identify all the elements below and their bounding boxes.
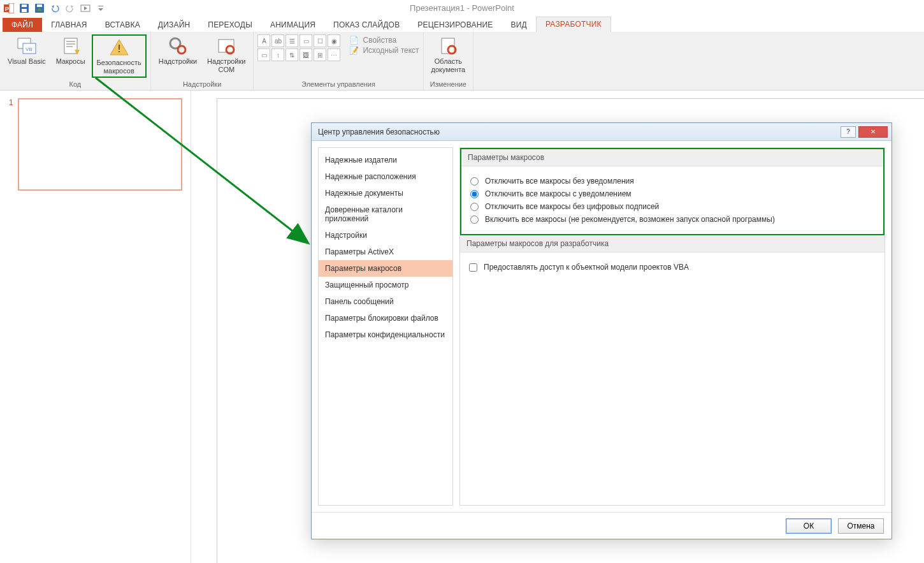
- tab-insert[interactable]: ВСТАВКА: [96, 18, 149, 32]
- document-panel-label: Областьдокумента: [431, 57, 466, 74]
- powerpoint-icon[interactable]: P: [3, 2, 15, 15]
- ribbon-group-controls-label: Элементы управления: [301, 80, 375, 90]
- nav-message-bar[interactable]: Панель сообщений: [319, 293, 452, 310]
- save-target-icon[interactable]: [33, 2, 46, 15]
- control-textbox-icon[interactable]: A: [257, 34, 270, 47]
- svg-rect-19: [66, 41, 75, 42]
- developer-macro-header: Параметры макросов для разработчика: [460, 235, 884, 252]
- ribbon-group-modify: Областьдокумента Изменение: [424, 32, 474, 90]
- close-button[interactable]: ✕: [858, 126, 888, 138]
- visual-basic-icon: VB: [17, 36, 37, 56]
- macros-button[interactable]: Макросы: [52, 34, 89, 78]
- controls-gallery[interactable]: A ab ☰ ▭ ☐ ◉ ▭ ↕ ⇅ 🖼 ⊞ ⋯: [257, 34, 340, 61]
- com-addins-icon: [216, 36, 236, 56]
- dialog-title-text: Центр управления безопасностью: [318, 128, 440, 136]
- opt-trust-vba-model[interactable]: Предоставлять доступ к объектной модели …: [469, 263, 876, 272]
- addins-button[interactable]: Надстройки: [155, 34, 201, 75]
- macro-security-button[interactable]: Безопасностьмакросов: [92, 34, 147, 78]
- macro-security-icon: [109, 37, 129, 57]
- qat-dropdown-icon[interactable]: [94, 2, 107, 15]
- tab-design[interactable]: ДИЗАЙН: [149, 18, 199, 32]
- nav-trusted-publishers[interactable]: Надежные издатели: [319, 152, 452, 168]
- control-combo-icon[interactable]: ▭: [300, 34, 312, 47]
- svg-rect-1: [9, 3, 14, 13]
- control-toggle-icon[interactable]: ⊞: [314, 48, 326, 61]
- cancel-button[interactable]: Отмена: [838, 518, 884, 534]
- dialog-body: Надежные издатели Надежные расположения …: [312, 141, 892, 512]
- tab-transitions[interactable]: ПЕРЕХОДЫ: [199, 18, 261, 32]
- ribbon-group-modify-label: Изменение: [430, 80, 466, 90]
- svg-marker-12: [84, 6, 87, 10]
- help-button[interactable]: ?: [841, 126, 856, 138]
- dialog-titlebar[interactable]: Центр управления безопасностью ? ✕: [312, 123, 892, 141]
- redo-icon[interactable]: [64, 2, 76, 15]
- svg-point-27: [178, 46, 185, 54]
- quick-access-toolbar: P: [3, 2, 107, 15]
- tab-developer[interactable]: РАЗРАБОТЧИК: [536, 17, 611, 32]
- svg-rect-7: [37, 4, 42, 7]
- svg-rect-13: [98, 6, 103, 6]
- properties-icon: 📄: [349, 36, 359, 45]
- slide-thumbnail-1[interactable]: 1: [18, 98, 182, 191]
- com-addins-button[interactable]: НадстройкиCOM: [203, 34, 249, 75]
- slide-thumbnails[interactable]: 1: [0, 91, 191, 563]
- control-scroll-icon[interactable]: ↕: [271, 48, 284, 61]
- view-code-icon: 📝: [349, 46, 359, 55]
- ribbon-group-controls: A ab ☰ ▭ ☐ ◉ ▭ ↕ ⇅ 🖼 ⊞ ⋯ 📄Свойства 📝Исхо…: [254, 32, 423, 90]
- svg-rect-20: [66, 43, 75, 45]
- visual-basic-button[interactable]: VB Visual Basic: [4, 34, 50, 78]
- tab-view[interactable]: ВИД: [502, 18, 536, 32]
- nav-addins[interactable]: Надстройки: [319, 227, 452, 244]
- control-checkbox-icon[interactable]: ☐: [314, 34, 326, 47]
- opt-enable-all[interactable]: Включить все макросы (не рекомендуется, …: [470, 215, 874, 224]
- macro-settings-highlight: Параметры макросов Отключить все макросы…: [460, 148, 884, 235]
- ribbon-group-code-label: Код: [69, 80, 82, 90]
- undo-icon[interactable]: [48, 2, 61, 15]
- nav-trusted-locations[interactable]: Надежные расположения: [319, 168, 452, 185]
- addins-icon: [168, 36, 188, 56]
- macros-icon: [61, 36, 81, 56]
- developer-macro-body: Предоставлять доступ к объектной модели …: [460, 252, 884, 282]
- control-option-icon[interactable]: ◉: [328, 34, 340, 47]
- tab-animations[interactable]: АНИМАЦИЯ: [261, 18, 324, 32]
- ribbon: VB Visual Basic Макросы Безопасностьмакр…: [0, 32, 924, 91]
- com-addins-label: НадстройкиCOM: [207, 57, 245, 74]
- save-icon[interactable]: [18, 2, 31, 15]
- dialog-nav: Надежные издатели Надежные расположения …: [318, 147, 453, 506]
- nav-trusted-app-catalogs[interactable]: Доверенные каталоги приложений: [319, 201, 452, 227]
- opt-disable-with-notify[interactable]: Отключить все макросы с уведомлением: [470, 189, 874, 198]
- svg-marker-9: [52, 5, 54, 8]
- macro-settings-body: Отключить все макросы без уведомления От…: [461, 166, 883, 234]
- control-list-icon[interactable]: ☰: [285, 34, 298, 47]
- properties-button[interactable]: 📄Свойства: [349, 36, 419, 45]
- macro-security-label: Безопасностьмакросов: [97, 59, 141, 75]
- tab-review[interactable]: РЕЦЕНЗИРОВАНИЕ: [408, 18, 502, 32]
- svg-text:P: P: [5, 6, 9, 12]
- tab-file[interactable]: ФАЙЛ: [3, 18, 42, 32]
- tab-slideshow[interactable]: ПОКАЗ СЛАЙДОВ: [324, 18, 408, 32]
- nav-macro-settings[interactable]: Параметры макросов: [319, 260, 452, 277]
- opt-disable-unsigned[interactable]: Отключить все макросы без цифровых подпи…: [470, 202, 874, 211]
- nav-activex-settings[interactable]: Параметры ActiveX: [319, 244, 452, 260]
- ribbon-group-addins: Надстройки НадстройкиCOM Надстройки: [151, 32, 254, 90]
- tab-home[interactable]: ГЛАВНАЯ: [42, 18, 96, 32]
- control-button-icon[interactable]: ▭: [257, 48, 270, 61]
- ok-button[interactable]: ОК: [786, 518, 832, 534]
- nav-protected-view[interactable]: Защищенный просмотр: [319, 277, 452, 293]
- document-panel-button[interactable]: Областьдокумента: [428, 34, 470, 75]
- control-more-icon[interactable]: ⋯: [328, 48, 340, 61]
- opt-disable-no-notify[interactable]: Отключить все макросы без уведомления: [470, 177, 874, 186]
- nav-trusted-documents[interactable]: Надежные документы: [319, 185, 452, 201]
- controls-props-col: 📄Свойства 📝Исходный текст: [349, 34, 419, 61]
- control-image-icon[interactable]: 🖼: [300, 48, 312, 61]
- slide-number: 1: [9, 98, 13, 107]
- svg-rect-21: [66, 46, 73, 47]
- svg-text:VB: VB: [25, 47, 32, 52]
- nav-privacy-options[interactable]: Параметры конфиденциальности: [319, 326, 452, 343]
- control-spin-icon[interactable]: ⇅: [285, 48, 298, 61]
- macros-label: Макросы: [56, 57, 85, 66]
- control-label-icon[interactable]: ab: [271, 34, 284, 47]
- start-from-beginning-icon[interactable]: [79, 2, 92, 15]
- view-code-button[interactable]: 📝Исходный текст: [349, 46, 419, 55]
- nav-file-block-settings[interactable]: Параметры блокировки файлов: [319, 310, 452, 326]
